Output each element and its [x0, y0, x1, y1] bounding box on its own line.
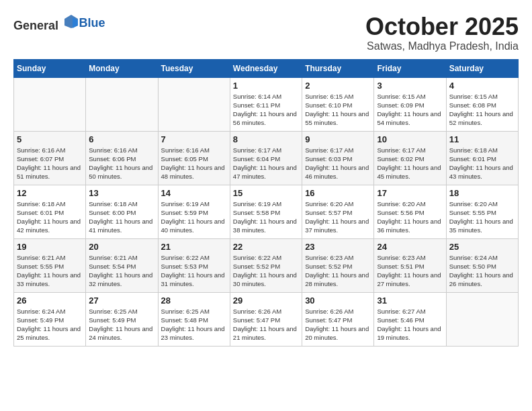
logo-icon — [63, 13, 79, 30]
day-info: Sunrise: 6:15 AMSunset: 6:10 PMDaylight:… — [305, 92, 371, 128]
calendar-cell: 30Sunrise: 6:26 AMSunset: 5:47 PMDayligh… — [302, 292, 374, 346]
calendar-cell: 18Sunrise: 6:20 AMSunset: 5:55 PMDayligh… — [446, 185, 518, 238]
calendar-cell: 10Sunrise: 6:17 AMSunset: 6:02 PMDayligh… — [374, 131, 446, 185]
calendar-cell: 9Sunrise: 6:17 AMSunset: 6:03 PMDaylight… — [302, 131, 374, 185]
calendar-cell — [86, 77, 158, 131]
title-section: October 2025 Satwas, Madhya Pradesh, Ind… — [365, 13, 519, 52]
calendar-cell — [158, 77, 230, 131]
calendar-cell: 23Sunrise: 6:23 AMSunset: 5:52 PMDayligh… — [302, 238, 374, 292]
logo: General Blue — [13, 13, 105, 33]
day-number: 15 — [233, 188, 299, 198]
day-info: Sunrise: 6:26 AMSunset: 5:47 PMDaylight:… — [233, 307, 299, 342]
day-info: Sunrise: 6:16 AMSunset: 6:07 PMDaylight:… — [17, 146, 83, 181]
day-info: Sunrise: 6:19 AMSunset: 5:59 PMDaylight:… — [161, 199, 227, 235]
calendar-cell: 31Sunrise: 6:27 AMSunset: 5:46 PMDayligh… — [374, 292, 446, 346]
calendar-cell: 20Sunrise: 6:21 AMSunset: 5:54 PMDayligh… — [86, 238, 158, 292]
calendar-cell — [14, 77, 86, 131]
calendar-cell: 17Sunrise: 6:20 AMSunset: 5:56 PMDayligh… — [374, 185, 446, 238]
day-number: 7 — [161, 134, 227, 144]
page-container: General Blue October 2025 Satwas, Madhya… — [13, 13, 519, 347]
day-info: Sunrise: 6:20 AMSunset: 5:56 PMDaylight:… — [377, 199, 443, 235]
day-number: 28 — [161, 295, 227, 306]
day-info: Sunrise: 6:14 AMSunset: 6:11 PMDaylight:… — [233, 92, 299, 128]
day-info: Sunrise: 6:24 AMSunset: 5:49 PMDaylight:… — [17, 307, 83, 342]
day-number: 8 — [233, 134, 299, 144]
calendar-cell: 8Sunrise: 6:17 AMSunset: 6:04 PMDaylight… — [230, 131, 302, 185]
day-number: 4 — [449, 81, 515, 91]
day-info: Sunrise: 6:16 AMSunset: 6:05 PMDaylight:… — [161, 146, 227, 181]
day-number: 31 — [377, 295, 443, 306]
weekday-header-row: SundayMondayTuesdayWednesdayThursdayFrid… — [14, 59, 519, 77]
day-info: Sunrise: 6:15 AMSunset: 6:08 PMDaylight:… — [449, 92, 515, 128]
day-number: 16 — [305, 188, 371, 198]
day-info: Sunrise: 6:23 AMSunset: 5:51 PMDaylight:… — [377, 253, 443, 289]
calendar-cell: 21Sunrise: 6:22 AMSunset: 5:53 PMDayligh… — [158, 238, 230, 292]
day-info: Sunrise: 6:20 AMSunset: 5:57 PMDaylight:… — [305, 199, 371, 235]
logo-general: General — [13, 19, 58, 32]
calendar-cell: 3Sunrise: 6:15 AMSunset: 6:09 PMDaylight… — [374, 77, 446, 131]
calendar-cell: 14Sunrise: 6:19 AMSunset: 5:59 PMDayligh… — [158, 185, 230, 238]
week-row-4: 19Sunrise: 6:21 AMSunset: 5:55 PMDayligh… — [14, 238, 519, 292]
day-info: Sunrise: 6:25 AMSunset: 5:48 PMDaylight:… — [161, 307, 227, 342]
day-number: 27 — [89, 295, 154, 306]
calendar-cell: 15Sunrise: 6:19 AMSunset: 5:58 PMDayligh… — [230, 185, 302, 238]
weekday-header-friday: Friday — [374, 59, 446, 77]
calendar-cell: 16Sunrise: 6:20 AMSunset: 5:57 PMDayligh… — [302, 185, 374, 238]
day-number: 12 — [17, 188, 83, 198]
day-info: Sunrise: 6:18 AMSunset: 6:01 PMDaylight:… — [449, 146, 515, 181]
day-info: Sunrise: 6:16 AMSunset: 6:06 PMDaylight:… — [89, 146, 154, 181]
day-info: Sunrise: 6:21 AMSunset: 5:55 PMDaylight:… — [17, 253, 83, 289]
calendar-cell: 5Sunrise: 6:16 AMSunset: 6:07 PMDaylight… — [14, 131, 86, 185]
weekday-header-tuesday: Tuesday — [158, 59, 230, 77]
day-number: 19 — [17, 242, 83, 252]
day-number: 22 — [233, 242, 299, 252]
calendar-cell: 13Sunrise: 6:18 AMSunset: 6:00 PMDayligh… — [86, 185, 158, 238]
calendar-table: SundayMondayTuesdayWednesdayThursdayFrid… — [13, 59, 519, 347]
header: General Blue October 2025 Satwas, Madhya… — [13, 13, 519, 52]
day-number: 23 — [305, 242, 371, 252]
week-row-1: 1Sunrise: 6:14 AMSunset: 6:11 PMDaylight… — [14, 77, 519, 131]
week-row-3: 12Sunrise: 6:18 AMSunset: 6:01 PMDayligh… — [14, 185, 519, 238]
calendar-cell: 11Sunrise: 6:18 AMSunset: 6:01 PMDayligh… — [446, 131, 518, 185]
day-info: Sunrise: 6:20 AMSunset: 5:55 PMDaylight:… — [449, 199, 515, 235]
day-info: Sunrise: 6:18 AMSunset: 6:01 PMDaylight:… — [17, 199, 83, 235]
weekday-header-wednesday: Wednesday — [230, 59, 302, 77]
calendar-cell: 27Sunrise: 6:25 AMSunset: 5:49 PMDayligh… — [86, 292, 158, 346]
day-number: 3 — [377, 81, 443, 91]
day-info: Sunrise: 6:24 AMSunset: 5:50 PMDaylight:… — [449, 253, 515, 289]
day-info: Sunrise: 6:26 AMSunset: 5:47 PMDaylight:… — [305, 307, 371, 342]
calendar-cell — [446, 292, 518, 346]
day-number: 11 — [449, 134, 515, 144]
calendar-cell: 12Sunrise: 6:18 AMSunset: 6:01 PMDayligh… — [14, 185, 86, 238]
month-year: October 2025 — [365, 13, 519, 40]
weekday-header-sunday: Sunday — [14, 59, 86, 77]
week-row-5: 26Sunrise: 6:24 AMSunset: 5:49 PMDayligh… — [14, 292, 519, 346]
calendar-cell: 28Sunrise: 6:25 AMSunset: 5:48 PMDayligh… — [158, 292, 230, 346]
day-info: Sunrise: 6:17 AMSunset: 6:02 PMDaylight:… — [377, 146, 443, 181]
day-info: Sunrise: 6:17 AMSunset: 6:04 PMDaylight:… — [233, 146, 299, 181]
day-number: 13 — [89, 188, 154, 198]
calendar-cell: 24Sunrise: 6:23 AMSunset: 5:51 PMDayligh… — [374, 238, 446, 292]
week-row-2: 5Sunrise: 6:16 AMSunset: 6:07 PMDaylight… — [14, 131, 519, 185]
location: Satwas, Madhya Pradesh, India — [365, 40, 519, 52]
calendar-cell: 29Sunrise: 6:26 AMSunset: 5:47 PMDayligh… — [230, 292, 302, 346]
day-number: 14 — [161, 188, 227, 198]
calendar-cell: 1Sunrise: 6:14 AMSunset: 6:11 PMDaylight… — [230, 77, 302, 131]
calendar-cell: 2Sunrise: 6:15 AMSunset: 6:10 PMDaylight… — [302, 77, 374, 131]
day-number: 9 — [305, 134, 371, 144]
calendar-cell: 25Sunrise: 6:24 AMSunset: 5:50 PMDayligh… — [446, 238, 518, 292]
calendar-cell: 19Sunrise: 6:21 AMSunset: 5:55 PMDayligh… — [14, 238, 86, 292]
day-number: 21 — [161, 242, 227, 252]
calendar-cell: 22Sunrise: 6:22 AMSunset: 5:52 PMDayligh… — [230, 238, 302, 292]
day-number: 26 — [17, 295, 83, 306]
calendar-cell: 7Sunrise: 6:16 AMSunset: 6:05 PMDaylight… — [158, 131, 230, 185]
day-info: Sunrise: 6:23 AMSunset: 5:52 PMDaylight:… — [305, 253, 371, 289]
day-info: Sunrise: 6:22 AMSunset: 5:53 PMDaylight:… — [161, 253, 227, 289]
day-number: 18 — [449, 188, 515, 198]
day-info: Sunrise: 6:15 AMSunset: 6:09 PMDaylight:… — [377, 92, 443, 128]
day-number: 6 — [89, 134, 154, 144]
day-info: Sunrise: 6:18 AMSunset: 6:00 PMDaylight:… — [89, 199, 154, 235]
day-number: 20 — [89, 242, 154, 252]
logo-blue: Blue — [79, 16, 105, 30]
day-info: Sunrise: 6:17 AMSunset: 6:03 PMDaylight:… — [305, 146, 371, 181]
